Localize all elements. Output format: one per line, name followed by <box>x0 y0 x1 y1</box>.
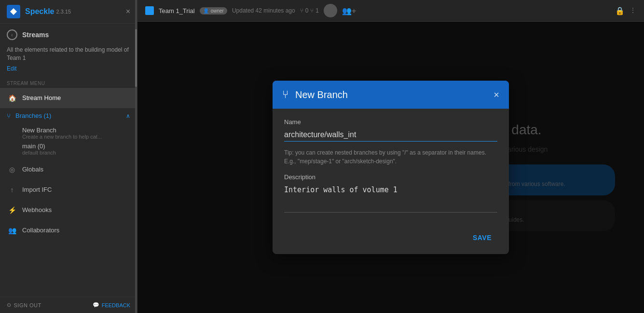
sidebar-item-branches[interactable]: ⑂ Branches (1) ∧ <box>0 108 137 124</box>
modal-overlay[interactable]: ⑂ New Branch × Name Tip: you can create … <box>137 22 644 313</box>
lock-icon[interactable]: 🔒 <box>615 6 625 15</box>
add-collaborator-icon[interactable]: 👥+ <box>342 6 356 15</box>
team-icon <box>145 6 154 15</box>
streams-label: Streams <box>22 31 49 39</box>
sidebar-item-label: Stream Home <box>22 94 61 101</box>
top-bar: Team 1_Trial 👤 owner Updated 42 minutes … <box>137 0 644 22</box>
main-branch-title: main (0) <box>22 142 130 150</box>
sidebar-item-import-ifc[interactable]: ↑ Import IFC <box>0 180 137 200</box>
app-name: Speckle <box>25 7 54 16</box>
close-sidebar-button[interactable]: × <box>126 7 130 16</box>
sidebar-item-stream-home[interactable]: 🏠 Stream Home <box>0 88 137 108</box>
owner-people-icon: 👤 <box>203 8 209 14</box>
team-name[interactable]: Team 1_Trial <box>159 7 195 14</box>
branch-name-input[interactable] <box>284 128 497 141</box>
collaborators-label: Collaborators <box>22 227 59 234</box>
name-input-wrapper <box>284 128 497 142</box>
webhook-icon: ⚡ <box>7 205 17 215</box>
modal-branch-icon: ⑂ <box>282 88 288 101</box>
branch-description-input[interactable]: Interior walls of volume 1 <box>284 184 497 213</box>
sidebar-item-globals[interactable]: ◎ Globals <box>0 159 137 180</box>
chevron-up-icon: ∧ <box>126 113 130 119</box>
sidebar-item-collaborators[interactable]: 👥 Collaborators <box>0 220 137 241</box>
modal-header: ⑂ New Branch × <box>273 81 509 109</box>
import-icon: ↑ <box>7 185 17 195</box>
modal-footer: SAVE <box>273 224 509 254</box>
sign-out-button[interactable]: ⊙ SIGN OUT <box>7 302 41 308</box>
description-label: Description <box>284 173 497 181</box>
commit-icon: ⑂ <box>300 7 303 14</box>
sign-out-label: SIGN OUT <box>14 302 41 308</box>
top-bar-actions: 🔒 ⋮ <box>615 6 636 15</box>
updated-text: Updated 42 minutes ago <box>232 7 295 14</box>
feedback-label: FEEDBACK <box>102 302 130 308</box>
back-icon: ‹ <box>7 29 17 40</box>
globals-label: Globals <box>22 166 43 173</box>
collaborators-icon: 👥 <box>7 225 17 236</box>
commits-count: 0 <box>305 7 309 14</box>
stream-menu-label: STREAM MENU <box>0 77 137 88</box>
webhooks-label: Webhooks <box>22 206 52 213</box>
sidebar-footer: ⊙ SIGN OUT 💬 FEEDBACK <box>0 297 137 313</box>
modal-title: New Branch <box>295 89 487 100</box>
sidebar-content: ‹ Streams All the elements related to th… <box>0 24 137 297</box>
edit-link[interactable]: Edit <box>0 65 137 77</box>
app-logo <box>7 5 20 18</box>
page-background: any data. retrieve various design ⇄ Conn… <box>137 22 644 313</box>
sidebar: Speckle 2.3.15 × ‹ Streams All the eleme… <box>0 0 137 313</box>
scrollbar-track <box>135 0 137 313</box>
owner-badge: 👤 owner <box>200 7 227 14</box>
commit-info: ⑂ 0 ⑂ 1 <box>300 7 319 14</box>
feedback-button[interactable]: 💬 FEEDBACK <box>93 302 130 308</box>
branches-label: Branches (1) <box>15 112 51 119</box>
branches-count: 1 <box>315 7 319 14</box>
new-branch-subtitle: Create a new branch to help cat... <box>22 134 130 140</box>
owner-label: owner <box>211 8 224 14</box>
sidebar-item-new-branch[interactable]: New Branch Create a new branch to help c… <box>0 124 137 141</box>
avatar[interactable] <box>324 4 337 17</box>
import-ifc-label: Import IFC <box>22 186 52 193</box>
sidebar-item-main-branch[interactable]: main (0) default branch <box>0 141 137 159</box>
streams-section[interactable]: ‹ Streams <box>0 24 137 43</box>
tip-text: Tip: you can create nested branches by u… <box>284 148 497 166</box>
globals-icon: ◎ <box>7 164 17 175</box>
stream-description: All the elements related to the building… <box>0 43 137 65</box>
home-icon: 🏠 <box>7 93 17 103</box>
new-branch-modal: ⑂ New Branch × Name Tip: you can create … <box>273 81 509 254</box>
share-icon[interactable]: ⋮ <box>630 6 636 15</box>
sidebar-item-webhooks[interactable]: ⚡ Webhooks <box>0 200 137 220</box>
save-button[interactable]: SAVE <box>467 230 497 245</box>
sidebar-header: Speckle 2.3.15 × <box>0 0 137 24</box>
sign-out-icon: ⊙ <box>7 302 12 308</box>
name-label: Name <box>284 118 497 126</box>
main-content: Team 1_Trial 👤 owner Updated 42 minutes … <box>137 0 644 313</box>
scrollbar-thumb[interactable] <box>135 29 137 87</box>
feedback-icon: 💬 <box>93 302 99 308</box>
new-branch-title: New Branch <box>22 127 130 134</box>
modal-body: Name Tip: you can create nested branches… <box>273 109 509 224</box>
main-branch-subtitle: default branch <box>22 150 130 156</box>
app-version: 2.3.15 <box>56 9 71 14</box>
modal-close-button[interactable]: × <box>493 89 499 100</box>
branch-icon: ⑂ <box>7 112 11 120</box>
branch-count-icon: ⑂ <box>310 7 314 14</box>
